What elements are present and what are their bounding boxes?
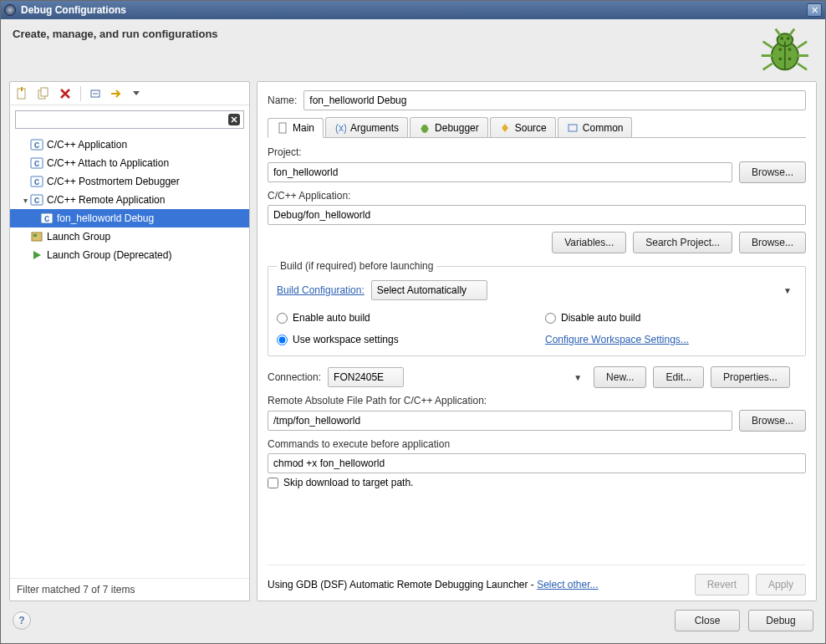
tab-label: Debugger [435,122,479,134]
project-label: Project: [268,146,806,158]
tree-item-label: C/C++ Remote Application [47,194,165,206]
title-bar: Debug Configurations ✕ [1,1,825,19]
filter-dropdown-icon[interactable] [133,87,140,100]
delete-config-icon[interactable] [59,87,72,100]
tab-label: Arguments [350,122,399,134]
svg-rect-28 [279,123,286,133]
enable-auto-build-radio[interactable]: Enable auto build [277,307,528,329]
tree-item-label: Launch Group [47,231,110,243]
tab-arguments[interactable]: (x)Arguments [325,117,408,137]
svg-rect-32 [569,125,577,131]
svg-text:c: c [34,176,40,187]
svg-point-6 [788,48,792,51]
tab-debugger[interactable]: Debugger [410,117,488,137]
svg-text:(x): (x) [335,122,346,134]
connection-select[interactable]: FON2405E [328,367,404,387]
build-config-select[interactable]: Select Automatically [371,280,487,300]
window-title: Debug Configurations [21,4,807,16]
tree-item-label: Launch Group (Deprecated) [47,249,171,261]
svg-text:c: c [34,139,40,151]
remote-path-browse-button[interactable]: Browse... [739,410,806,432]
app-browse-button[interactable]: Browse... [739,232,806,253]
common-icon [567,122,579,134]
variables-button[interactable]: Variables... [552,232,626,253]
c-icon: c [30,156,43,170]
svg-text:c: c [34,157,40,169]
remote-path-input[interactable] [268,411,732,431]
tree-item[interactable]: cfon_helloworld Debug [10,209,249,227]
config-tabs: Main(x)ArgumentsDebuggerSourceCommon [268,117,806,138]
tab-label: Common [583,122,624,134]
tab-source[interactable]: Source [490,117,556,137]
svg-point-5 [778,48,782,51]
tab-label: Main [293,122,314,134]
svg-text:c: c [34,194,40,206]
chevron-down-icon: ▼ [574,373,582,382]
skip-download-checkbox[interactable]: Skip download to target path. [268,477,806,488]
search-project-button[interactable]: Search Project... [633,232,732,253]
duplicate-config-icon[interactable] [37,87,50,100]
tab-main[interactable]: Main [268,118,324,138]
disable-auto-build-radio[interactable]: Disable auto build [545,307,797,329]
filter-input[interactable] [15,110,244,129]
svg-point-8 [788,57,792,60]
connection-properties-button[interactable]: Properties... [711,366,790,388]
close-button[interactable]: Close [675,610,740,631]
tree-item[interactable]: cC/C++ Postmortem Debugger [10,172,249,191]
filter-status: Filter matched 7 of 7 items [10,578,249,601]
config-detail-panel: Name: Main(x)ArgumentsDebuggerSourceComm… [257,81,817,601]
page-subtitle: Create, manage, and run configurations [13,28,758,40]
tree-item[interactable]: Launch Group (Deprecated) [10,246,249,264]
remote-path-label: Remote Absolute File Path for C/C++ Appl… [268,395,806,406]
name-label: Name: [268,95,297,106]
svg-point-4 [787,37,790,40]
source-icon [499,122,511,134]
project-input[interactable] [268,162,732,182]
eclipse-icon [4,4,16,16]
toolbar-separator [80,86,81,101]
connection-new-button[interactable]: New... [594,366,646,388]
config-tree[interactable]: cC/C++ ApplicationcC/C++ Attach to Appli… [10,134,249,578]
tree-item[interactable]: Launch Group [10,227,249,246]
tree-toolbar [10,82,249,105]
tree-item[interactable]: ▾cC/C++ Remote Application [10,191,249,209]
connection-label: Connection: [268,371,321,383]
svg-point-3 [780,37,783,40]
tree-item-label: C/C++ Attach to Application [47,157,169,169]
launch-group-icon [30,230,43,243]
c-icon: c [30,175,43,188]
new-config-icon[interactable] [15,87,28,100]
tree-item[interactable]: cC/C++ Attach to Application [10,154,249,172]
filter-icon[interactable] [111,87,125,100]
commands-input[interactable] [268,453,806,473]
app-label: C/C++ Application: [268,190,806,202]
window-close-button[interactable]: ✕ [807,3,822,17]
c-icon: c [30,138,43,151]
apply-button[interactable]: Apply [756,574,806,595]
app-input[interactable] [268,205,806,225]
svg-text:c: c [44,212,50,224]
use-workspace-radio[interactable]: Use workspace settings [277,329,528,350]
debug-button[interactable]: Debug [748,610,813,631]
c-icon: c [30,193,43,207]
tab-label: Source [515,122,547,134]
collapse-all-icon[interactable] [89,87,103,100]
configure-workspace-link[interactable]: Configure Workspace Settings... [545,334,689,345]
file-icon [277,122,288,134]
revert-button[interactable]: Revert [695,574,749,595]
tree-item[interactable]: cC/C++ Application [10,135,249,154]
tab-common[interactable]: Common [558,117,633,137]
config-tree-panel: cC/C++ ApplicationcC/C++ Attach to Appli… [9,81,250,601]
project-browse-button[interactable]: Browse... [739,161,806,183]
config-name-input[interactable] [303,90,806,110]
build-fieldset: Build (if required) before launching Bui… [268,260,806,356]
help-button[interactable]: ? [13,611,31,630]
build-config-link[interactable]: Build Configuration: [277,284,365,296]
launcher-text: Using GDB (DSF) Automatic Remote Debuggi… [268,579,599,590]
commands-label: Commands to execute before application [268,438,806,450]
select-other-link[interactable]: Select other... [537,579,598,590]
clear-filter-icon[interactable] [227,113,241,126]
svg-rect-12 [41,88,48,96]
connection-edit-button[interactable]: Edit... [653,366,704,388]
tree-item-label: C/C++ Application [47,139,127,151]
